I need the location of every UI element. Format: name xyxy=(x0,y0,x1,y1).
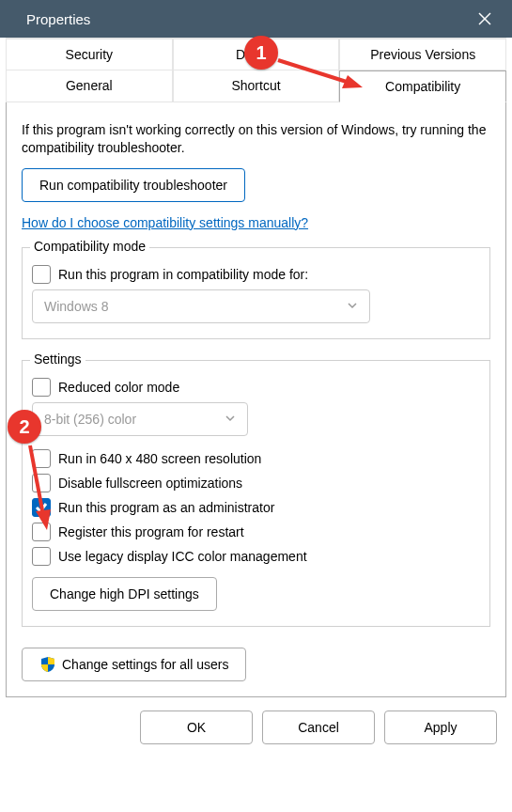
chevron-down-icon xyxy=(347,299,358,314)
change-all-users-button[interactable]: Change settings for all users xyxy=(22,648,246,681)
change-dpi-button[interactable]: Change high DPI settings xyxy=(32,577,217,611)
apply-button[interactable]: Apply xyxy=(384,710,497,744)
label-run-as-admin: Run this program as an administrator xyxy=(58,500,274,515)
select-compat-os: Windows 8 xyxy=(32,289,370,323)
checkbox-legacy-icc[interactable] xyxy=(32,547,51,566)
legend-compatibility-mode: Compatibility mode xyxy=(30,239,149,254)
label-compat-mode: Run this program in compatibility mode f… xyxy=(58,267,308,282)
close-button[interactable] xyxy=(471,5,499,33)
fieldset-settings: Settings Reduced color mode 8-bit (256) … xyxy=(22,360,490,627)
close-icon xyxy=(477,11,492,26)
select-compat-os-value: Windows 8 xyxy=(44,299,108,314)
titlebar[interactable]: Properties xyxy=(0,0,512,38)
chevron-down-icon xyxy=(225,412,236,427)
change-all-users-label: Change settings for all users xyxy=(62,657,228,672)
label-640x480: Run in 640 x 480 screen resolution xyxy=(58,451,261,466)
annotation-arrow-2 xyxy=(21,442,58,536)
tab-general[interactable]: General xyxy=(6,70,173,102)
checkbox-compat-mode[interactable] xyxy=(32,265,51,284)
tab-panel-compatibility: If this program isn't working correctly … xyxy=(6,102,506,697)
window-title: Properties xyxy=(26,11,90,27)
ok-button[interactable]: OK xyxy=(140,710,253,744)
select-color-mode-value: 8-bit (256) color xyxy=(44,412,136,427)
label-reduced-color: Reduced color mode xyxy=(58,380,179,395)
label-register-restart: Register this program for restart xyxy=(58,524,244,539)
checkbox-reduced-color[interactable] xyxy=(32,378,51,397)
fieldset-compatibility-mode: Compatibility mode Run this program in c… xyxy=(22,247,490,339)
svg-marker-3 xyxy=(342,75,363,88)
intro-text: If this program isn't working correctly … xyxy=(22,121,490,157)
tabs-row-bottom: General Shortcut Compatibility xyxy=(6,70,506,102)
annotation-callout-2: 2 xyxy=(8,410,41,444)
cancel-button[interactable]: Cancel xyxy=(262,710,375,744)
svg-line-4 xyxy=(30,445,43,515)
shield-icon xyxy=(39,656,56,673)
svg-marker-5 xyxy=(36,509,51,530)
tab-security[interactable]: Security xyxy=(6,39,173,70)
label-legacy-icc: Use legacy display ICC color management xyxy=(58,549,307,564)
svg-line-2 xyxy=(278,60,349,83)
legend-settings: Settings xyxy=(30,351,85,367)
select-color-mode: 8-bit (256) color xyxy=(32,402,248,436)
footer-buttons: OK Cancel Apply xyxy=(6,697,506,754)
help-link[interactable]: How do I choose compatibility settings m… xyxy=(22,215,308,230)
content-area: Security Details Previous Versions Gener… xyxy=(0,38,512,759)
label-disable-fullscreen: Disable fullscreen optimizations xyxy=(58,476,242,491)
annotation-callout-1: 1 xyxy=(244,36,278,70)
run-troubleshooter-button[interactable]: Run compatibility troubleshooter xyxy=(22,168,245,202)
annotation-arrow-1 xyxy=(274,56,368,94)
